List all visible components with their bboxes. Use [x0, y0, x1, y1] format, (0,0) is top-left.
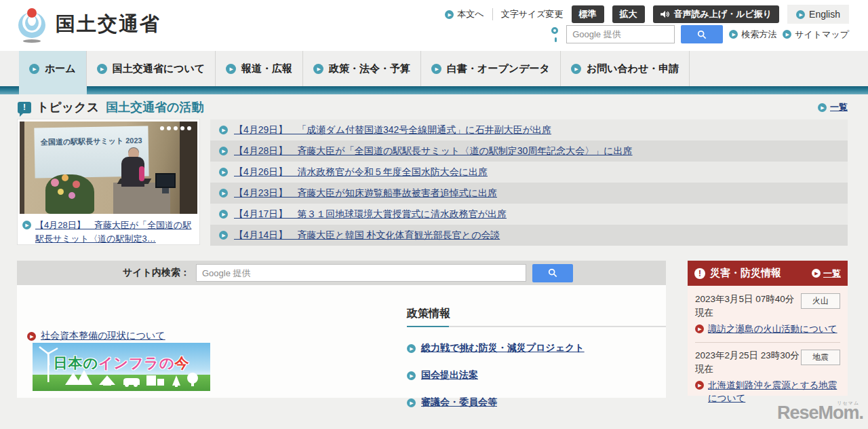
disaster-list-link[interactable]: 一覧 — [812, 267, 841, 280]
chevron-circle-icon — [407, 398, 416, 407]
topics-title: トピックス — [37, 99, 99, 115]
disaster-header: ! 災害・防災情報 一覧 — [688, 261, 848, 286]
disaster-entry: 2023年2月25日 23時30分現在 地震 北海道釧路沖を震源とする地震につい… — [695, 349, 840, 405]
page: 国土交通省 本文へ 文字サイズ変更 標準 拡大 音声読み上げ・ルビ振り Engl… — [0, 0, 868, 429]
news-item[interactable]: 【4月17日】 第３１回地球環境大賞授賞式に清水政務官が出席 — [210, 204, 848, 225]
nav-item-about[interactable]: 国土交通省について — [87, 51, 216, 86]
news-item[interactable]: 【4月28日】 斉藤大臣が「全国道の駅駅長サミット〈道の駅制定30周年記念大会〉… — [210, 141, 848, 162]
utility-bar: 本文へ 文字サイズ変更 標準 拡大 音声読み上げ・ルビ振り English — [445, 5, 849, 24]
chevron-circle-icon — [431, 64, 441, 74]
site-logo-text: 国土交通省 — [56, 11, 161, 38]
site-logo[interactable]: 国土交通省 — [16, 7, 161, 42]
chevron-circle-icon — [219, 189, 228, 198]
magnifier-icon — [548, 268, 557, 278]
chevron-circle-icon — [729, 30, 738, 39]
font-size-label: 文字サイズ変更 — [501, 8, 564, 20]
site-search-input[interactable] — [196, 264, 526, 282]
mlit-logo-icon — [16, 7, 49, 42]
news-item[interactable]: 【4月23日】 斉藤大臣が知床遊覧船事故被害者追悼式に出席 — [210, 183, 848, 204]
chevron-circle-icon — [818, 103, 827, 112]
header-search-input[interactable] — [566, 25, 675, 43]
disaster-title: 災害・防災情報 — [710, 267, 781, 280]
featured-news-card[interactable]: 全国道の駅駅長サミット 2023 【4月28日】 斉藤大臣が「全国道の駅駅長サミ… — [17, 119, 200, 245]
disaster-link[interactable]: 諏訪之瀬島の火山活動について — [695, 323, 840, 336]
disaster-date: 2023年3月5日 07時40分現在 — [695, 293, 802, 319]
disaster-body: 2023年3月5日 07時40分現在 火山 諏訪之瀬島の火山活動について 202… — [688, 286, 848, 396]
infra-banner[interactable]: 日本のインフラの今 — [33, 343, 210, 391]
nav-item-policy[interactable]: 政策・法令・予算 — [303, 51, 421, 86]
chevron-circle-icon — [445, 10, 454, 19]
chevron-circle-icon — [313, 64, 323, 74]
chevron-circle-icon — [796, 10, 805, 19]
policy-title: 政策情報 — [407, 307, 666, 321]
magnifier-icon — [697, 30, 707, 39]
tts-button[interactable]: 音声読み上げ・ルビ振り — [653, 5, 780, 23]
chevron-circle-icon — [219, 168, 228, 176]
chevron-circle-icon — [571, 64, 581, 74]
policy-link[interactable]: 総力戦で挑む防災・減災プロジェクト — [407, 342, 666, 354]
news-item[interactable]: 【4月26日】 清水政務官が令和５年度全国水防大会に出席 — [210, 162, 848, 183]
chevron-circle-icon — [97, 64, 107, 74]
chevron-circle-icon — [29, 64, 39, 74]
header: 国土交通省 本文へ 文字サイズ変更 標準 拡大 音声読み上げ・ルビ振り Engl… — [0, 0, 868, 51]
chevron-circle-icon — [219, 210, 228, 219]
header-search-button[interactable] — [681, 25, 723, 43]
site-search-label: サイト内検索： — [123, 267, 190, 279]
skip-to-content-link[interactable]: 本文へ — [445, 8, 492, 20]
disaster-tag-earthquake: 地震 — [801, 350, 840, 365]
chevron-circle-icon — [695, 324, 704, 333]
header-search: 検索方法 サイトマップ — [551, 25, 849, 43]
watermark-ruby: リセマム — [837, 400, 859, 407]
main-nav: ホーム 国土交通省について 報道・広報 政策・法令・予算 白書・オープンデータ … — [0, 51, 868, 86]
topics-header: ! トピックス 国土交通省の活動 一覧 — [18, 99, 848, 115]
news-item[interactable]: 【4月29日】 「成瀬ダム付替国道342号全線開通式」に石井副大臣が出席 — [210, 119, 848, 141]
english-button[interactable]: English — [787, 5, 849, 24]
chevron-circle-icon — [22, 221, 31, 229]
topics-list-link[interactable]: 一覧 — [818, 101, 848, 113]
topics-news-list: 【4月29日】 「成瀬ダム付替国道342号全線開通式」に石井副大臣が出席 【4月… — [210, 119, 848, 246]
nav-item-home[interactable]: ホーム — [19, 51, 87, 86]
site-search-button[interactable] — [532, 264, 573, 282]
disaster-link[interactable]: 北海道釧路沖を震源とする地震について — [695, 379, 840, 405]
disaster-entry: 2023年3月5日 07時40分現在 火山 諏訪之瀬島の火山活動について — [695, 293, 840, 336]
policy-link[interactable]: 国会提出法案 — [407, 369, 666, 381]
speaker-icon — [660, 10, 670, 18]
chevron-circle-icon — [27, 332, 36, 341]
nav-item-press[interactable]: 報道・広報 — [216, 51, 303, 86]
resemom-watermark: リセマム ReseMom. — [777, 403, 863, 424]
chevron-circle-icon — [783, 30, 791, 39]
news-item[interactable]: 【4月14日】 斉藤大臣と韓国 朴文化体育観光部長官との会談 — [210, 225, 848, 246]
nav-item-whitepaper[interactable]: 白書・オープンデータ — [421, 51, 561, 86]
topics-subtitle: 国土交通省の活動 — [106, 99, 203, 115]
chevron-circle-icon — [219, 231, 228, 240]
site-search-band: サイト内検索： — [17, 261, 666, 285]
sitemap-link[interactable]: サイトマップ — [783, 29, 849, 41]
infra-status-link[interactable]: 社会資本整備の現状について — [27, 330, 165, 342]
topics-bubble-icon: ! — [18, 102, 31, 113]
nav-accent-band — [0, 86, 868, 94]
chevron-circle-icon — [219, 147, 228, 155]
disaster-tag-volcano: 火山 — [801, 293, 840, 309]
policy-link[interactable]: 審議会・委員会等 — [407, 396, 666, 409]
chevron-circle-icon — [407, 371, 416, 380]
chevron-circle-icon — [812, 269, 821, 278]
chevron-circle-icon — [219, 126, 228, 134]
disaster-date: 2023年2月25日 23時30分現在 — [695, 349, 802, 375]
featured-photo: 全国道の駅駅長サミット 2023 — [20, 122, 197, 214]
chevron-circle-icon — [407, 344, 416, 353]
infra-banner-title: 日本のインフラの今 — [33, 354, 210, 373]
carousel-dots[interactable] — [160, 126, 191, 130]
policy-section: 政策情報 総力戦で挑む防災・減災プロジェクト 国会提出法案 審議会・委員会等 — [407, 307, 666, 409]
nav-item-contact[interactable]: お問い合わせ・申請 — [561, 51, 690, 86]
featured-caption[interactable]: 【4月28日】 斉藤大臣が「全国道の駅駅長サミット〈道の駅制定3… — [20, 214, 197, 245]
content-panel: 社会資本整備の現状について — [17, 285, 666, 398]
font-large-button[interactable]: 拡大 — [612, 5, 645, 23]
search-pin-icon — [551, 27, 560, 42]
font-standard-button[interactable]: 標準 — [572, 5, 604, 23]
policy-title-rule — [407, 326, 666, 327]
alert-icon: ! — [694, 268, 705, 279]
chevron-circle-icon — [695, 381, 704, 390]
divider — [695, 342, 840, 343]
chevron-circle-icon — [226, 64, 236, 74]
search-help-link[interactable]: 検索方法 — [729, 29, 776, 41]
